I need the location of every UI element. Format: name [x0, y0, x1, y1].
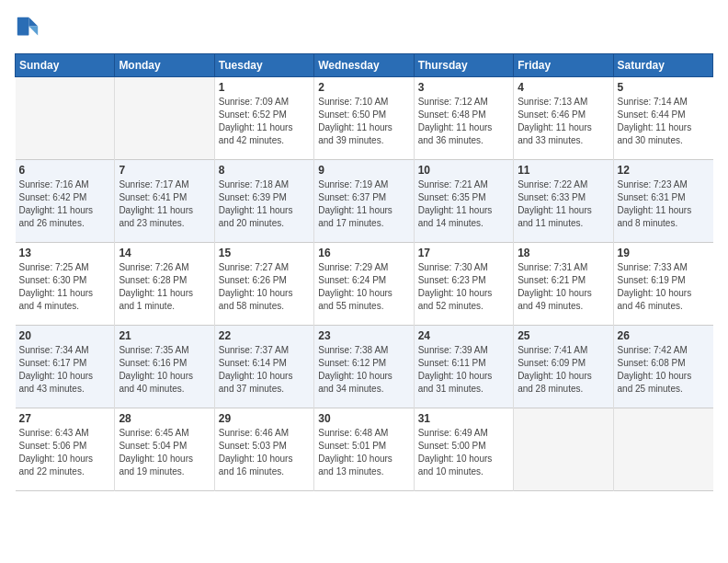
- day-number: 20: [19, 329, 111, 342]
- day-number: 17: [418, 247, 509, 259]
- calendar-cell: 3Sunrise: 7:12 AM Sunset: 6:48 PM Daylig…: [414, 77, 513, 160]
- calendar-week-row: 13Sunrise: 7:25 AM Sunset: 6:30 PM Dayli…: [16, 243, 713, 326]
- svg-rect-2: [17, 17, 29, 36]
- day-info: Sunrise: 6:46 AM Sunset: 5:03 PM Dayligh…: [219, 427, 310, 478]
- calendar-cell: 1Sunrise: 7:09 AM Sunset: 6:52 PM Daylig…: [214, 77, 313, 160]
- day-number: 15: [219, 247, 310, 259]
- day-info: Sunrise: 7:12 AM Sunset: 6:48 PM Dayligh…: [418, 96, 509, 147]
- day-number: 29: [219, 412, 310, 425]
- calendar-cell: 9Sunrise: 7:19 AM Sunset: 6:37 PM Daylig…: [314, 160, 414, 243]
- day-number: 2: [318, 81, 409, 94]
- calendar-cell: [16, 77, 115, 160]
- day-info: Sunrise: 7:38 AM Sunset: 6:12 PM Dayligh…: [318, 344, 409, 396]
- calendar-cell: 21Sunrise: 7:35 AM Sunset: 6:16 PM Dayli…: [115, 326, 214, 408]
- weekday-header: Tuesday: [214, 54, 313, 77]
- day-info: Sunrise: 6:43 AM Sunset: 5:06 PM Dayligh…: [19, 427, 111, 478]
- day-info: Sunrise: 7:26 AM Sunset: 6:28 PM Dayligh…: [119, 261, 210, 313]
- day-info: Sunrise: 7:21 AM Sunset: 6:35 PM Dayligh…: [418, 178, 509, 230]
- calendar-cell: 17Sunrise: 7:30 AM Sunset: 6:23 PM Dayli…: [414, 243, 513, 326]
- calendar-cell: 26Sunrise: 7:42 AM Sunset: 6:08 PM Dayli…: [613, 326, 712, 408]
- calendar-cell: 19Sunrise: 7:33 AM Sunset: 6:19 PM Dayli…: [613, 243, 712, 326]
- day-info: Sunrise: 7:30 AM Sunset: 6:23 PM Dayligh…: [418, 261, 509, 313]
- day-number: 7: [119, 164, 210, 177]
- day-number: 11: [518, 164, 609, 177]
- day-info: Sunrise: 7:13 AM Sunset: 6:46 PM Dayligh…: [518, 96, 609, 147]
- day-number: 30: [318, 412, 409, 425]
- day-number: 3: [418, 81, 509, 94]
- day-number: 21: [119, 329, 210, 342]
- day-info: Sunrise: 7:29 AM Sunset: 6:24 PM Dayligh…: [318, 261, 409, 313]
- calendar-cell: 2Sunrise: 7:10 AM Sunset: 6:50 PM Daylig…: [314, 77, 414, 160]
- weekday-header: Thursday: [414, 54, 513, 77]
- calendar-table: SundayMondayTuesdayWednesdayThursdayFrid…: [15, 53, 713, 491]
- calendar-cell: 6Sunrise: 7:16 AM Sunset: 6:42 PM Daylig…: [16, 160, 115, 243]
- calendar-cell: 10Sunrise: 7:21 AM Sunset: 6:35 PM Dayli…: [414, 160, 513, 243]
- day-info: Sunrise: 7:25 AM Sunset: 6:30 PM Dayligh…: [19, 261, 111, 313]
- day-number: 18: [518, 247, 609, 259]
- day-info: Sunrise: 7:18 AM Sunset: 6:39 PM Dayligh…: [219, 178, 310, 230]
- calendar-cell: 5Sunrise: 7:14 AM Sunset: 6:44 PM Daylig…: [613, 77, 712, 160]
- calendar-cell: 13Sunrise: 7:25 AM Sunset: 6:30 PM Dayli…: [16, 243, 115, 326]
- day-info: Sunrise: 7:10 AM Sunset: 6:50 PM Dayligh…: [318, 96, 409, 147]
- day-number: 24: [418, 329, 509, 342]
- day-info: Sunrise: 7:34 AM Sunset: 6:17 PM Dayligh…: [19, 344, 111, 396]
- day-number: 13: [19, 247, 111, 259]
- weekday-header: Monday: [115, 54, 214, 77]
- day-info: Sunrise: 7:33 AM Sunset: 6:19 PM Dayligh…: [618, 261, 710, 313]
- calendar-cell: 4Sunrise: 7:13 AM Sunset: 6:46 PM Daylig…: [514, 77, 613, 160]
- calendar-cell: [514, 408, 613, 491]
- page-header: [15, 15, 713, 44]
- day-info: Sunrise: 7:09 AM Sunset: 6:52 PM Dayligh…: [219, 96, 310, 147]
- day-info: Sunrise: 7:27 AM Sunset: 6:26 PM Dayligh…: [219, 261, 310, 313]
- svg-marker-1: [28, 27, 38, 36]
- day-number: 10: [418, 164, 509, 177]
- day-info: Sunrise: 7:19 AM Sunset: 6:37 PM Dayligh…: [318, 178, 409, 230]
- calendar-cell: 22Sunrise: 7:37 AM Sunset: 6:14 PM Dayli…: [214, 326, 313, 408]
- day-number: 19: [618, 247, 710, 259]
- calendar-week-row: 20Sunrise: 7:34 AM Sunset: 6:17 PM Dayli…: [16, 326, 713, 408]
- calendar-cell: 25Sunrise: 7:41 AM Sunset: 6:09 PM Dayli…: [514, 326, 613, 408]
- calendar-week-row: 1Sunrise: 7:09 AM Sunset: 6:52 PM Daylig…: [16, 77, 713, 160]
- calendar-cell: 16Sunrise: 7:29 AM Sunset: 6:24 PM Dayli…: [314, 243, 414, 326]
- day-number: 5: [618, 81, 710, 94]
- calendar-week-row: 27Sunrise: 6:43 AM Sunset: 5:06 PM Dayli…: [16, 408, 713, 491]
- weekday-header: Friday: [514, 54, 613, 77]
- weekday-header: Wednesday: [314, 54, 414, 77]
- day-info: Sunrise: 6:48 AM Sunset: 5:01 PM Dayligh…: [318, 427, 409, 478]
- calendar-cell: 12Sunrise: 7:23 AM Sunset: 6:31 PM Dayli…: [613, 160, 712, 243]
- calendar-cell: 18Sunrise: 7:31 AM Sunset: 6:21 PM Dayli…: [514, 243, 613, 326]
- day-number: 12: [618, 164, 710, 177]
- day-number: 16: [318, 247, 409, 259]
- day-info: Sunrise: 7:23 AM Sunset: 6:31 PM Dayligh…: [618, 178, 710, 230]
- day-number: 31: [418, 412, 509, 425]
- day-info: Sunrise: 7:37 AM Sunset: 6:14 PM Dayligh…: [219, 344, 310, 396]
- day-info: Sunrise: 7:35 AM Sunset: 6:16 PM Dayligh…: [119, 344, 210, 396]
- day-number: 8: [219, 164, 310, 177]
- day-number: 28: [119, 412, 210, 425]
- day-number: 26: [618, 329, 710, 342]
- day-number: 9: [318, 164, 409, 177]
- calendar-cell: [613, 408, 712, 491]
- day-info: Sunrise: 7:41 AM Sunset: 6:09 PM Dayligh…: [518, 344, 609, 396]
- logo: [15, 15, 42, 44]
- day-number: 23: [318, 329, 409, 342]
- calendar-cell: 27Sunrise: 6:43 AM Sunset: 5:06 PM Dayli…: [16, 408, 115, 491]
- day-info: Sunrise: 7:16 AM Sunset: 6:42 PM Dayligh…: [19, 178, 111, 230]
- day-number: 22: [219, 329, 310, 342]
- calendar-cell: 24Sunrise: 7:39 AM Sunset: 6:11 PM Dayli…: [414, 326, 513, 408]
- calendar-cell: 30Sunrise: 6:48 AM Sunset: 5:01 PM Dayli…: [314, 408, 414, 491]
- day-info: Sunrise: 7:22 AM Sunset: 6:33 PM Dayligh…: [518, 178, 609, 230]
- day-info: Sunrise: 7:14 AM Sunset: 6:44 PM Dayligh…: [618, 96, 710, 147]
- calendar-cell: 31Sunrise: 6:49 AM Sunset: 5:00 PM Dayli…: [414, 408, 513, 491]
- day-info: Sunrise: 6:45 AM Sunset: 5:04 PM Dayligh…: [119, 427, 210, 478]
- day-info: Sunrise: 7:31 AM Sunset: 6:21 PM Dayligh…: [518, 261, 609, 313]
- weekday-header: Sunday: [16, 54, 115, 77]
- calendar-cell: 23Sunrise: 7:38 AM Sunset: 6:12 PM Dayli…: [314, 326, 414, 408]
- calendar-cell: 20Sunrise: 7:34 AM Sunset: 6:17 PM Dayli…: [16, 326, 115, 408]
- calendar-cell: 29Sunrise: 6:46 AM Sunset: 5:03 PM Dayli…: [214, 408, 313, 491]
- day-number: 4: [518, 81, 609, 94]
- day-info: Sunrise: 7:42 AM Sunset: 6:08 PM Dayligh…: [618, 344, 710, 396]
- calendar-cell: 8Sunrise: 7:18 AM Sunset: 6:39 PM Daylig…: [214, 160, 313, 243]
- logo-icon: [15, 15, 40, 40]
- day-info: Sunrise: 7:39 AM Sunset: 6:11 PM Dayligh…: [418, 344, 509, 396]
